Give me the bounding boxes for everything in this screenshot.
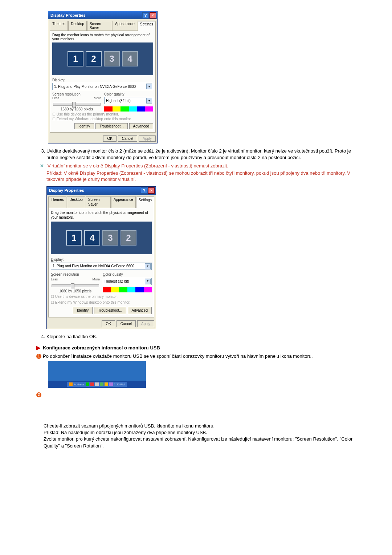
- tab-screensaver[interactable]: Screen Saver: [86, 196, 111, 208]
- dialog-title: Display Properties: [49, 188, 84, 193]
- tray-icon: [95, 382, 99, 386]
- tab-settings[interactable]: Settings: [138, 21, 156, 31]
- tab-settings[interactable]: Settings: [136, 197, 154, 208]
- para-2c: Zvolte monitor, pro který chcete nakonfi…: [44, 436, 359, 449]
- screen-resolution-label: Screen resolution: [52, 92, 101, 96]
- arrow-icon: [36, 346, 41, 350]
- note-line-2: Příklad: V okně Display Properties (Zobr…: [46, 170, 359, 183]
- color-quality-dropdown[interactable]: Highest (32 bit) ▾: [103, 278, 152, 285]
- display-properties-dialog-2: Display Properties ? × Themes Desktop Sc…: [46, 186, 156, 329]
- monitor-1[interactable]: 1: [66, 230, 82, 246]
- note-icon: ✕: [40, 163, 44, 169]
- ok-button[interactable]: OK: [102, 320, 115, 328]
- resolution-value: 1680 by 1050 pixels: [52, 107, 101, 111]
- drag-instruction: Drag the monitor icons to match the phys…: [51, 210, 152, 220]
- monitor-layout[interactable]: 1 2 3 4: [52, 42, 153, 75]
- ok-button[interactable]: OK: [103, 135, 116, 142]
- troubleshoot-button[interactable]: Troubleshoot...: [95, 123, 127, 129]
- slider-thumb[interactable]: [72, 102, 76, 108]
- taskbar-screenshot: Address 2:25 PM: [48, 361, 146, 388]
- note-line-1: Virtuální monitor se v okně Display Prop…: [48, 163, 228, 169]
- apply-button: Apply: [139, 135, 156, 142]
- less-label: Less: [52, 96, 59, 100]
- color-preview: [104, 106, 153, 112]
- bullet-1: 1Po dokončení instalace ovladače monitor…: [36, 353, 359, 359]
- section-heading: Konfigurace zobrazených informací o moni…: [36, 345, 359, 351]
- close-icon[interactable]: ×: [148, 187, 155, 194]
- display-dropdown[interactable]: 1. Plug and Play Monitor on NVIDIA GeFor…: [51, 263, 152, 270]
- tray-icon: [105, 382, 108, 386]
- tray-icon: [109, 382, 113, 386]
- tray-icon: [100, 382, 103, 386]
- tab-screensaver[interactable]: Screen Saver: [87, 21, 112, 31]
- step-4: Klepněte na tlačítko OK.: [46, 333, 359, 340]
- advanced-button[interactable]: Advanced: [128, 307, 152, 314]
- tabstrip: Themes Desktop Screen Saver Appearance S…: [48, 19, 157, 31]
- identify-button[interactable]: Identify: [73, 307, 93, 314]
- monitor-4[interactable]: 4: [84, 230, 100, 246]
- more-label: More: [94, 96, 101, 100]
- step-3: Uvidíte deaktivovaný monitor číslo 2 (mů…: [46, 148, 359, 329]
- color-quality-value: Highest (32 bit): [106, 99, 131, 103]
- display-label: Display:: [51, 257, 152, 262]
- monitor-3[interactable]: 3: [102, 230, 118, 246]
- resolution-slider[interactable]: [52, 284, 99, 287]
- bullet-2-marker: 2: [36, 392, 359, 397]
- taskbar-clock: 2:25 PM: [114, 383, 125, 386]
- taskbar-tray: Address 2:25 PM: [67, 382, 127, 387]
- extend-desktop-checkbox: ☐ Extend my Windows desktop onto this mo…: [52, 117, 153, 121]
- display-dropdown-value: 1. Plug and Play Monitor on NVIDIA GeFor…: [54, 85, 136, 89]
- tab-themes[interactable]: Themes: [48, 196, 66, 208]
- primary-monitor-checkbox: ☐ Use this device as the primary monitor…: [51, 294, 152, 299]
- help-icon[interactable]: ?: [142, 12, 149, 19]
- primary-monitor-checkbox: ☐ Use this device as the primary monitor…: [52, 112, 153, 116]
- tab-themes[interactable]: Themes: [50, 21, 68, 31]
- tray-icon: [90, 382, 94, 386]
- display-label: Display:: [52, 78, 153, 82]
- paragraph-block: Chcete-li zobrazit seznam připojených mo…: [44, 423, 359, 449]
- tray-icon: [69, 382, 73, 386]
- color-quality-dropdown[interactable]: Highest (32 bit) ▾: [104, 97, 153, 104]
- tray-icon: [86, 382, 89, 386]
- chevron-down-icon: ▾: [145, 263, 151, 269]
- number-circle-1: 1: [36, 354, 41, 359]
- troubleshoot-button[interactable]: Troubleshoot...: [94, 307, 126, 314]
- help-icon[interactable]: ?: [141, 187, 147, 194]
- taskbar-address: Address: [74, 383, 84, 386]
- display-properties-dialog-1: Display Properties ? × Themes Desktop Sc…: [48, 11, 158, 143]
- extend-desktop-checkbox: ☐ Extend my Windows desktop onto this mo…: [51, 300, 152, 305]
- tab-appearance[interactable]: Appearance: [113, 21, 137, 31]
- para-2a: Chcete-li zobrazit seznam připojených mo…: [44, 423, 359, 429]
- dialog-title: Display Properties: [50, 13, 86, 17]
- drag-instruction: Drag the monitor icons to match the phys…: [52, 33, 153, 41]
- resolution-value: 1680 by 1050 pixels: [51, 289, 100, 294]
- monitor-layout[interactable]: 1 4 3 2: [51, 222, 152, 254]
- tab-appearance[interactable]: Appearance: [111, 196, 136, 208]
- monitor-2[interactable]: 2: [86, 51, 102, 66]
- close-icon[interactable]: ×: [150, 12, 156, 19]
- chevron-down-icon: ▾: [145, 279, 151, 284]
- display-dropdown[interactable]: 1. Plug and Play Monitor on NVIDIA GeFor…: [52, 83, 153, 90]
- titlebar: Display Properties ? ×: [47, 187, 156, 195]
- monitor-4[interactable]: 4: [122, 51, 138, 66]
- tab-desktop[interactable]: Desktop: [68, 21, 87, 31]
- cancel-button[interactable]: Cancel: [117, 320, 136, 328]
- monitor-2[interactable]: 2: [121, 230, 136, 246]
- color-quality-label: Color quality: [103, 272, 152, 277]
- screen-resolution-label: Screen resolution: [51, 272, 100, 277]
- tab-desktop[interactable]: Desktop: [67, 196, 85, 208]
- color-preview: [103, 287, 152, 292]
- resolution-slider[interactable]: [53, 103, 101, 106]
- display-dropdown-value: 1. Plug and Play Monitor on NVIDIA GeFor…: [53, 264, 134, 269]
- chevron-down-icon: ▾: [146, 98, 152, 104]
- monitor-1[interactable]: 1: [68, 51, 83, 66]
- apply-button: Apply: [137, 320, 154, 328]
- chevron-down-icon: ▾: [146, 84, 152, 89]
- color-quality-label: Color quality: [104, 92, 153, 96]
- monitor-3[interactable]: 3: [104, 51, 120, 66]
- number-circle-2: 2: [36, 392, 41, 397]
- cancel-button[interactable]: Cancel: [118, 135, 137, 142]
- titlebar: Display Properties ? ×: [48, 11, 157, 19]
- identify-button[interactable]: Identify: [74, 123, 94, 129]
- advanced-button[interactable]: Advanced: [129, 123, 153, 129]
